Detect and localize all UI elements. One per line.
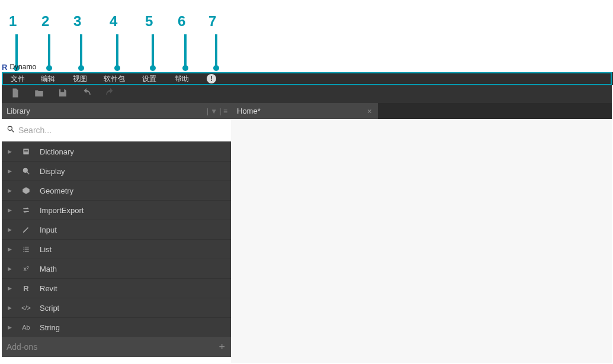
- swap-icon: [21, 206, 31, 214]
- chevron-right-icon: ▶: [8, 188, 12, 194]
- chevron-right-icon: ▶: [8, 168, 12, 174]
- lib-item-script[interactable]: ▶ </> Script: [2, 298, 231, 317]
- menu-edit[interactable]: 编辑: [33, 73, 63, 84]
- list-icon: [21, 245, 31, 253]
- lib-item-math[interactable]: ▶ x² Math: [2, 259, 231, 278]
- library-list: ▶ Dictionary ▶ Display ▶ Geometry ▶ Impo…: [2, 141, 231, 337]
- callout-3: 3: [73, 13, 81, 30]
- lib-label: ImportExport: [40, 206, 84, 215]
- library-title: Library: [7, 107, 30, 115]
- callout-7: 7: [208, 13, 216, 30]
- callout-1: 1: [9, 13, 17, 30]
- chevron-right-icon: ▶: [8, 285, 12, 291]
- undo-icon[interactable]: [81, 88, 92, 101]
- lib-item-string[interactable]: ▶ Ab String: [2, 317, 231, 337]
- svg-rect-13: [23, 249, 24, 249]
- save-icon[interactable]: [57, 88, 68, 101]
- svg-rect-15: [23, 251, 24, 252]
- menu-packages[interactable]: 软件包: [96, 73, 133, 84]
- app-logo-icon: R: [2, 63, 7, 72]
- menu-settings[interactable]: 设置: [133, 73, 165, 84]
- lib-label: Script: [40, 304, 59, 313]
- callout-5: 5: [145, 13, 153, 30]
- callout-2: 2: [41, 13, 49, 30]
- lib-item-display[interactable]: ▶ Display: [2, 161, 231, 181]
- svg-point-5: [23, 168, 27, 172]
- menu-view[interactable]: 视图: [63, 73, 96, 84]
- lib-item-importexport[interactable]: ▶ ImportExport: [2, 200, 231, 220]
- menu-file[interactable]: 文件: [3, 73, 33, 84]
- svg-rect-16: [25, 251, 29, 252]
- svg-rect-12: [25, 247, 29, 247]
- search-input[interactable]: [18, 125, 231, 135]
- lib-item-input[interactable]: ▶ Input: [2, 220, 231, 239]
- magnifier-icon: [21, 167, 31, 175]
- workspace-canvas[interactable]: [231, 119, 612, 363]
- code-icon: </>: [21, 304, 31, 311]
- addons-section[interactable]: Add-ons +: [2, 337, 231, 357]
- addons-label: Add-ons: [7, 342, 37, 352]
- dictionary-icon: [21, 147, 31, 156]
- lib-label: Input: [40, 226, 57, 234]
- svg-rect-3: [24, 150, 28, 151]
- workspace-tab-home[interactable]: Home* ×: [231, 103, 378, 119]
- svg-rect-11: [23, 247, 24, 247]
- annotation-callouts: 1 2 3 4 5 6 7: [0, 0, 613, 72]
- callout-6: 6: [178, 13, 185, 30]
- menu-help[interactable]: 帮助: [165, 73, 198, 84]
- svg-line-6: [27, 172, 30, 175]
- cube-icon: [21, 186, 31, 195]
- svg-rect-14: [25, 249, 29, 249]
- toolbar: [2, 85, 612, 103]
- chevron-right-icon: ▶: [8, 266, 12, 272]
- chevron-right-icon: ▶: [8, 246, 12, 252]
- lib-label: String: [40, 323, 60, 332]
- lib-label: Display: [40, 167, 65, 176]
- app-title: Dynamo: [9, 63, 36, 71]
- pencil-icon: [21, 226, 31, 234]
- svg-rect-4: [24, 152, 28, 152]
- close-icon[interactable]: ×: [367, 107, 372, 116]
- lib-item-dictionary[interactable]: ▶ Dictionary: [2, 141, 231, 161]
- math-icon: x²: [21, 265, 31, 272]
- workspace-tab-label: Home*: [237, 107, 261, 115]
- lib-item-list[interactable]: ▶ List: [2, 239, 231, 259]
- callout-4: 4: [110, 13, 117, 30]
- chevron-right-icon: ▶: [8, 227, 12, 233]
- chevron-right-icon: ▶: [8, 207, 12, 213]
- revit-icon: R: [21, 284, 31, 293]
- menu-info-icon[interactable]: !: [207, 74, 216, 83]
- lib-label: Math: [40, 265, 57, 273]
- lib-item-revit[interactable]: ▶ R Revit: [2, 278, 231, 298]
- open-file-icon[interactable]: [34, 88, 44, 101]
- menubar: 文件 编辑 视图 软件包 设置 帮助 !: [2, 72, 612, 85]
- lib-label: Revit: [40, 284, 57, 293]
- search-icon: [7, 125, 15, 136]
- library-header: Library | ▼ | ≡: [2, 103, 231, 119]
- lib-label: Dictionary: [40, 147, 74, 156]
- lib-label: Geometry: [40, 186, 73, 195]
- svg-line-1: [12, 130, 14, 133]
- redo-icon[interactable]: [105, 88, 115, 101]
- plus-icon[interactable]: +: [219, 341, 225, 353]
- lib-item-geometry[interactable]: ▶ Geometry: [2, 181, 231, 200]
- chevron-right-icon: ▶: [8, 324, 12, 330]
- titlebar: R Dynamo: [2, 62, 36, 72]
- library-search[interactable]: [2, 119, 231, 141]
- svg-point-0: [8, 126, 12, 130]
- new-file-icon[interactable]: [10, 88, 21, 101]
- lib-label: List: [40, 245, 52, 254]
- string-icon: Ab: [21, 324, 31, 331]
- chevron-right-icon: ▶: [8, 149, 12, 154]
- chevron-right-icon: ▶: [8, 305, 12, 311]
- library-panel: Library | ▼ | ≡ ▶ Dictionary ▶ Display ▶…: [2, 103, 231, 357]
- library-header-controls[interactable]: | ▼ | ≡: [207, 107, 227, 115]
